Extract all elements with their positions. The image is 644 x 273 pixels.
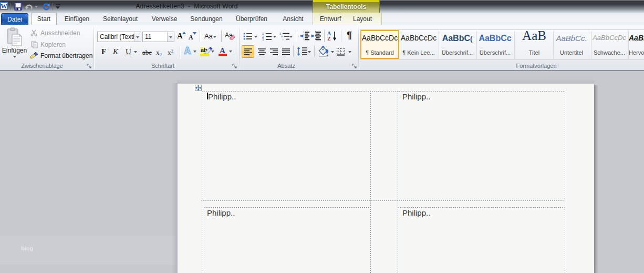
svg-text:Z: Z [327,36,331,41]
svg-text:A: A [184,46,191,55]
svg-text:3: 3 [262,38,264,41]
svg-text:i: i [283,38,283,41]
